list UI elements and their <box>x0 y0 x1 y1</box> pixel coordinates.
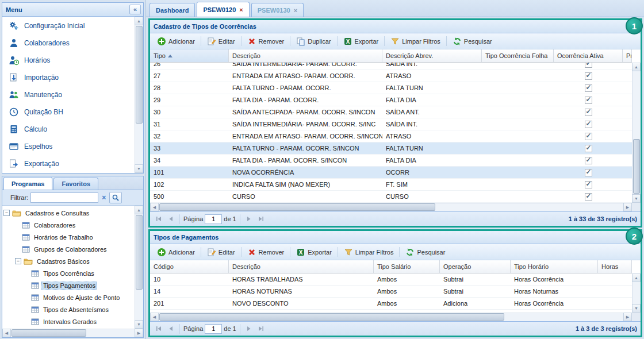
tree-h-scrollbar[interactable] <box>2 329 143 337</box>
scrollbar-thumb[interactable] <box>12 329 86 337</box>
menu-item-calculo[interactable]: Cálculo <box>2 121 134 138</box>
tab-psew0120[interactable]: PSEW0120 × <box>197 2 249 17</box>
column-header-ocorrencia-ativa[interactable]: Ocorrência Ativa <box>554 49 623 62</box>
menu-item-manutencao[interactable]: Manutenção <box>2 86 134 103</box>
menu-scrollbar[interactable] <box>135 17 143 173</box>
duplicar-button[interactable]: Duplicar <box>292 34 335 48</box>
table-row-selected[interactable]: 101NOVA OCORRÊNCIAOCORR <box>150 167 632 179</box>
tree-item-tipos-absenteismos[interactable]: Tipos de Absenteísmos <box>3 303 134 315</box>
next-page-button[interactable] <box>244 214 254 224</box>
last-page-button[interactable] <box>256 323 266 334</box>
grid-v-scrollbar[interactable] <box>632 273 641 313</box>
table-row[interactable]: 31SAÍDA INTERMEDIÁRIA- PARAM. OCORR. S/I… <box>150 118 632 130</box>
column-header-tipo-salario[interactable]: Tipo Salário <box>374 260 440 273</box>
page-number-input[interactable] <box>205 214 222 224</box>
last-page-button[interactable] <box>256 214 266 224</box>
close-tab-icon[interactable]: × <box>239 7 243 13</box>
scroll-right-icon[interactable] <box>623 203 632 211</box>
exportar-button[interactable]: X Exportar <box>339 34 383 48</box>
ocorrencia-ativa-checkbox[interactable] <box>585 84 592 92</box>
close-tab-icon[interactable]: × <box>294 7 297 13</box>
scroll-up-icon[interactable] <box>135 17 143 25</box>
table-row[interactable]: 29FALTA DIA - PARAM. OCORR.FALTA DIA <box>150 94 632 106</box>
tab-programas[interactable]: Programas <box>3 177 52 190</box>
exportar-button[interactable]: X Exportar <box>292 245 336 259</box>
table-row[interactable]: 32ENTRADA EM ATRASO- PARAM. OCORR. S/INC… <box>150 130 632 142</box>
grid-v-scrollbar[interactable] <box>632 63 641 203</box>
table-row[interactable]: 14HORAS NOTURNASAmbosSubtraiHoras Noturn… <box>150 286 632 298</box>
remover-button[interactable]: Remover <box>243 245 289 259</box>
tab-dashboard[interactable]: Dashboard <box>150 3 195 17</box>
first-page-button[interactable] <box>154 323 164 334</box>
menu-item-quitacao-bh[interactable]: Quitação BH <box>2 103 134 121</box>
adicionar-button[interactable]: Adicionar <box>153 245 199 259</box>
filter-input[interactable] <box>30 192 98 203</box>
tree-item-motivos-ajuste-ponto[interactable]: Motivos de Ajuste de Ponto <box>3 291 134 303</box>
scrollbar-thumb[interactable] <box>136 215 143 290</box>
table-row-selected[interactable]: 33FALTA TURNO - PARAM. OCORR. S/INCONFAL… <box>150 142 632 155</box>
menu-item-espelhos[interactable]: Espelhos <box>2 138 134 155</box>
scroll-down-icon[interactable] <box>632 194 641 203</box>
first-page-button[interactable] <box>154 214 164 224</box>
scroll-left-icon[interactable] <box>2 329 11 337</box>
table-row[interactable]: 30SAÍDA ANTECIPADA- PARAM. OCORR. S/INCO… <box>150 106 632 118</box>
scroll-up-icon[interactable] <box>632 273 641 282</box>
scroll-up-icon[interactable] <box>632 63 641 71</box>
ocorrencia-ativa-checkbox[interactable] <box>585 63 592 68</box>
table-row[interactable]: 10HORAS TRABALHADASAmbosSubtraiHoras Oco… <box>150 273 632 286</box>
collapse-expander-icon[interactable] <box>3 210 10 216</box>
column-header-operacao[interactable]: Operação <box>440 260 511 273</box>
menu-item-horarios[interactable]: Horários <box>2 52 134 69</box>
prev-page-button[interactable] <box>166 214 176 224</box>
table-row[interactable]: 34FALTA DIA - PARAM. OCORR. S/INCONFALTA… <box>150 155 632 167</box>
column-header-codigo[interactable]: Código <box>150 260 229 273</box>
column-header-tipo[interactable]: Tipo <box>150 49 229 62</box>
table-row[interactable]: 26SAIDA INTERMEDIARIA- PARAM. OCORR.SAID… <box>150 63 632 70</box>
table-row[interactable]: 27ENTRADA EM ATRASO- PARAM. OCORR.ATRASO <box>150 70 632 82</box>
scroll-right-icon[interactable] <box>135 329 143 337</box>
column-header-descricao-abrev[interactable]: Descrição Abrev. <box>382 49 482 62</box>
pesquisar-button[interactable]: Pesquisar <box>448 34 496 48</box>
ocorrencia-ativa-checkbox[interactable] <box>585 109 592 116</box>
editar-button[interactable]: Editar <box>203 245 239 259</box>
scroll-up-icon[interactable] <box>135 206 143 214</box>
column-header-horas[interactable]: Horas <box>598 260 632 273</box>
pesquisar-button[interactable]: Pesquisar <box>401 245 449 259</box>
column-header-tipo-ocorrencia-folha[interactable]: Tipo Ocorrência Folha <box>482 49 554 62</box>
scroll-down-icon[interactable] <box>135 320 143 329</box>
ocorrencia-ativa-checkbox[interactable] <box>585 97 592 104</box>
scrollbar-thumb[interactable] <box>159 313 504 321</box>
ocorrencia-ativa-checkbox[interactable] <box>585 193 592 201</box>
ocorrencia-ativa-checkbox[interactable] <box>585 133 592 140</box>
tree-item-horarios-trabalho[interactable]: Horários de Trabalho <box>3 231 134 243</box>
tree-item-grupos-colaboradores[interactable]: Grupos de Colaboradores <box>3 243 134 255</box>
collapse-expander-icon[interactable] <box>15 258 21 264</box>
menu-item-importacao[interactable]: Importação <box>2 69 134 86</box>
tree-item-intervalos-gerados[interactable]: Intervalos Gerados <box>3 315 134 328</box>
scroll-down-icon[interactable] <box>632 304 641 313</box>
grid-h-scrollbar[interactable] <box>150 203 632 211</box>
ocorrencia-ativa-checkbox[interactable] <box>585 72 592 80</box>
table-row[interactable]: 28FALTA TURNO - PARAM. OCORR.FALTA TURN <box>150 82 632 94</box>
prev-page-button[interactable] <box>166 323 176 334</box>
tree-scrollbar[interactable] <box>135 206 143 329</box>
menu-item-exportacao[interactable]: Exportação <box>2 155 134 172</box>
limpar-filtros-button[interactable]: Limpar Filtros <box>386 34 444 48</box>
scroll-down-icon[interactable] <box>135 164 143 173</box>
ocorrencia-ativa-checkbox[interactable] <box>585 181 592 188</box>
tree-item-cadastros-basicos[interactable]: Cadastros Básicos <box>3 255 134 267</box>
column-header-tipo-horario[interactable]: Tipo Horário <box>511 260 598 273</box>
ocorrencia-ativa-checkbox[interactable] <box>585 121 592 128</box>
menu-item-configuracao-inicial[interactable]: Configuração Inicial <box>2 17 134 34</box>
next-page-button[interactable] <box>244 323 254 334</box>
tree-item-tipos-pagamentos[interactable]: Tipos Pagamentos <box>3 279 134 291</box>
table-row[interactable]: 102INDICA FALTA SIM (NAO MEXER)FT. SIM <box>150 179 632 191</box>
clear-filter-icon[interactable]: × <box>101 194 107 202</box>
collapse-sidebar-button[interactable]: « <box>129 5 141 14</box>
adicionar-button[interactable]: Adicionar <box>153 34 199 48</box>
tree-item-tipos-ocorrencias[interactable]: Tipos Ocorrências <box>3 267 134 279</box>
scrollbar-thumb[interactable] <box>136 26 143 124</box>
scroll-right-icon[interactable] <box>623 313 632 321</box>
ocorrencia-ativa-checkbox[interactable] <box>585 145 592 152</box>
remover-button[interactable]: Remover <box>243 34 289 48</box>
